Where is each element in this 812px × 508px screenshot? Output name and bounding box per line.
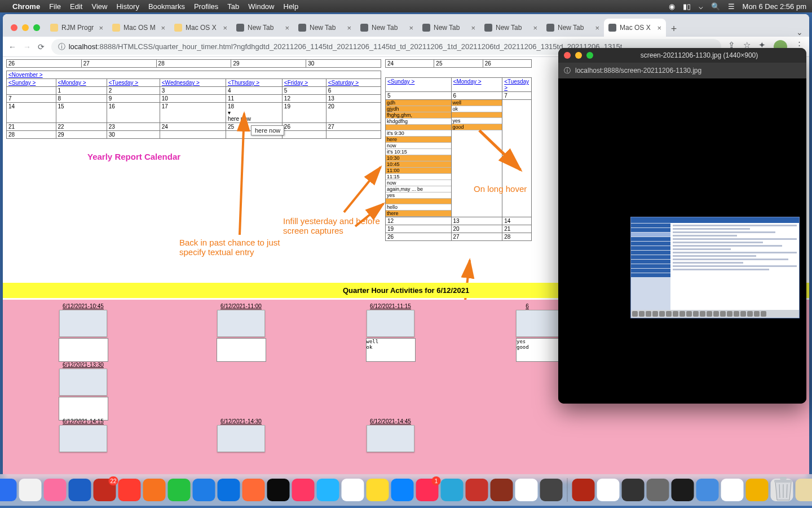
tab-close-icon[interactable]: × bbox=[471, 24, 475, 32]
time-slot[interactable]: 11:00 bbox=[386, 168, 451, 174]
menubar-app[interactable]: Chrome bbox=[12, 2, 40, 11]
dock-app-icon[interactable] bbox=[317, 479, 339, 501]
time-slot[interactable] bbox=[386, 199, 451, 204]
browser-tab[interactable]: New Tab× bbox=[418, 19, 480, 37]
dock-app-icon[interactable] bbox=[572, 479, 595, 501]
calendar-cell[interactable]: 11 bbox=[226, 95, 282, 103]
back-button[interactable]: ← bbox=[8, 42, 16, 51]
dock-app-icon[interactable] bbox=[69, 479, 91, 501]
calendar-cell[interactable] bbox=[160, 131, 226, 139]
record-icon[interactable]: ◉ bbox=[669, 2, 675, 11]
time-slot[interactable]: here bbox=[386, 137, 451, 143]
preview-close-icon[interactable] bbox=[564, 52, 571, 59]
preview-minimize-icon[interactable] bbox=[575, 52, 582, 59]
dock-app-icon[interactable]: 1 bbox=[416, 479, 439, 501]
calendar-cell[interactable]: 12 bbox=[282, 95, 326, 103]
dock-app-icon[interactable] bbox=[19, 479, 42, 501]
tab-close-icon[interactable]: × bbox=[533, 24, 537, 32]
site-info-icon[interactable]: ⓘ bbox=[58, 42, 65, 52]
activity-thumbnail[interactable] bbox=[59, 425, 107, 452]
activity-thumbnail[interactable] bbox=[217, 425, 265, 452]
time-slot[interactable] bbox=[452, 112, 502, 118]
month-label[interactable]: <November > bbox=[8, 72, 43, 78]
calendar-cell[interactable]: 6 bbox=[326, 87, 381, 95]
dock-app-icon[interactable] bbox=[143, 479, 166, 501]
dock-app-icon[interactable] bbox=[342, 479, 364, 501]
calendar-cell[interactable]: 21 bbox=[502, 225, 532, 233]
browser-tab[interactable]: New Tab× bbox=[356, 19, 418, 37]
dock-app-icon[interactable] bbox=[168, 479, 191, 501]
time-slot[interactable]: yes bbox=[452, 118, 502, 124]
calendar-cell[interactable]: 24 bbox=[160, 123, 226, 131]
time-slot[interactable]: ok bbox=[452, 106, 502, 112]
dock-app-icon[interactable] bbox=[193, 479, 215, 501]
hdr-tuesday[interactable]: <Tuesday > bbox=[109, 80, 138, 86]
activity-time[interactable]: 6/12/2021-10:45 bbox=[56, 303, 110, 309]
dock-app-icon[interactable] bbox=[441, 479, 464, 501]
hdr-sunday[interactable]: <Sunday > bbox=[8, 80, 36, 86]
wk-hdr-monday[interactable]: <Monday > bbox=[453, 78, 482, 85]
calendar-cell[interactable]: 8 bbox=[56, 95, 107, 103]
calendar-cell[interactable]: 22 bbox=[56, 123, 107, 131]
browser-tab[interactable]: New Tab× bbox=[542, 19, 604, 37]
calendar-cell[interactable]: 28 bbox=[7, 131, 56, 139]
activity-note-input[interactable] bbox=[217, 338, 266, 362]
dock-app-icon[interactable] bbox=[515, 479, 538, 501]
calendar-cell[interactable]: 17 bbox=[160, 103, 226, 123]
time-slot[interactable]: yes bbox=[386, 192, 451, 199]
activity-time[interactable]: 6 bbox=[516, 303, 539, 309]
dock-app-icon[interactable] bbox=[466, 479, 488, 501]
calendar-cell[interactable]: 28 bbox=[502, 233, 532, 241]
dock-app-icon[interactable] bbox=[391, 479, 414, 501]
new-tab-button[interactable]: + bbox=[666, 21, 682, 37]
menu-history[interactable]: History bbox=[116, 2, 139, 11]
time-slot[interactable]: again,may ... be bbox=[386, 186, 451, 192]
calendar-cell[interactable]: 20 bbox=[451, 225, 502, 233]
time-slot[interactable]: 10:30 bbox=[386, 155, 451, 161]
calendar-cell[interactable]: 7 bbox=[7, 95, 56, 103]
menu-bookmarks[interactable]: Bookmarks bbox=[148, 2, 185, 11]
calendar-cell[interactable]: 19 bbox=[282, 103, 326, 123]
wifi-icon[interactable]: ⌵ bbox=[699, 2, 703, 11]
tab-close-icon[interactable]: × bbox=[657, 24, 661, 32]
browser-tab[interactable]: Mac OS X× bbox=[604, 19, 666, 37]
calendar-cell[interactable]: 16 bbox=[107, 103, 160, 123]
time-slot[interactable]: 11:15 bbox=[386, 174, 451, 180]
calendar-cell[interactable]: 21 bbox=[7, 123, 56, 131]
battery-icon[interactable]: ▮▯ bbox=[683, 2, 691, 11]
dock-app-icon[interactable] bbox=[721, 479, 744, 501]
activity-thumbnail[interactable] bbox=[367, 425, 414, 452]
calendar-cell[interactable]: 27 bbox=[326, 123, 381, 131]
time-slot[interactable]: fhghg,ghm, bbox=[386, 112, 451, 119]
tab-close-icon[interactable]: × bbox=[595, 24, 599, 32]
time-slot[interactable]: good bbox=[452, 124, 502, 130]
tab-overflow-icon[interactable]: ⌄ bbox=[791, 28, 808, 37]
dock-app-icon[interactable] bbox=[491, 479, 513, 501]
hdr-monday[interactable]: <Monday > bbox=[58, 80, 86, 86]
dock-app-icon[interactable] bbox=[647, 479, 669, 501]
activity-time[interactable]: 6/12/2021-13:30 bbox=[56, 362, 110, 368]
time-slot[interactable]: hello bbox=[386, 204, 451, 211]
calendar-cell[interactable]: 12 bbox=[386, 217, 452, 225]
dock-app-icon[interactable] bbox=[0, 479, 17, 501]
calendar-cell[interactable] bbox=[7, 87, 56, 95]
time-slot[interactable]: it's 10:15 bbox=[386, 149, 451, 155]
browser-tab[interactable]: Mac OS M× bbox=[108, 19, 170, 37]
time-slot[interactable]: now bbox=[386, 143, 451, 149]
activity-time[interactable]: 6/12/2021-14:45 bbox=[364, 418, 417, 424]
calendar-cell[interactable]: 4 bbox=[226, 87, 282, 95]
tab-close-icon[interactable]: × bbox=[99, 24, 103, 32]
hdr-saturday[interactable]: <Saturday > bbox=[328, 80, 359, 86]
dock-app-icon[interactable] bbox=[672, 479, 694, 501]
calendar-cell[interactable]: 19 bbox=[386, 225, 452, 233]
tab-close-icon[interactable]: × bbox=[161, 24, 165, 32]
control-center-icon[interactable]: ☰ bbox=[728, 2, 735, 11]
activity-time[interactable]: 6/12/2021-11:15 bbox=[364, 303, 417, 309]
time-slot[interactable]: it's 9:30 bbox=[386, 130, 451, 137]
window-close-icon[interactable] bbox=[11, 24, 17, 31]
calendar-cell[interactable]: 10 bbox=[160, 95, 226, 103]
menu-profiles[interactable]: Profiles bbox=[194, 2, 218, 11]
dock-app-icon[interactable] bbox=[597, 479, 620, 501]
hdr-thursday[interactable]: <Thursday > bbox=[228, 80, 259, 86]
menu-window[interactable]: Window bbox=[248, 2, 274, 11]
